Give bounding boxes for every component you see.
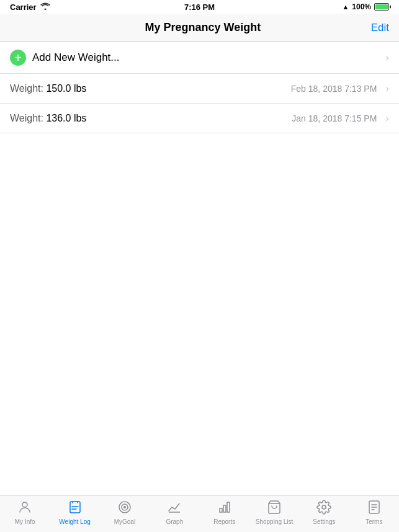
tab-weight-log[interactable]: Weight Log: [50, 495, 99, 530]
tab-settings[interactable]: Settings: [299, 495, 349, 530]
status-carrier: Carrier: [10, 2, 50, 12]
tab-terms[interactable]: Terms: [349, 495, 399, 530]
edit-button[interactable]: Edit: [371, 22, 389, 34]
tab-reports[interactable]: Reports: [200, 495, 249, 530]
terms-icon: [367, 500, 382, 517]
tab-terms-label: Terms: [365, 518, 382, 525]
svg-rect-7: [223, 505, 226, 512]
svg-rect-8: [227, 502, 230, 512]
my-info-icon: [17, 500, 32, 517]
weight-right-0: Feb 18, 2018 7:13 PM ›: [291, 82, 389, 95]
add-weight-row[interactable]: + Add New Weight... ›: [0, 42, 399, 74]
weight-right-1: Jan 18, 2018 7:15 PM ›: [292, 112, 389, 125]
battery-pct-label: 100%: [352, 2, 371, 11]
svg-rect-6: [220, 508, 222, 512]
weight-info-1: Weight: 136.0 lbs: [10, 113, 292, 124]
svg-rect-1: [70, 502, 80, 513]
tab-shopping-list-label: Shopping List: [256, 518, 294, 525]
tab-my-goal[interactable]: MyGoal: [100, 495, 150, 530]
empty-content: [0, 133, 399, 497]
tab-reports-label: Reports: [213, 518, 235, 525]
tab-graph-label: Graph: [166, 518, 183, 525]
status-time: 7:16 PM: [184, 2, 215, 12]
weight-log-icon: [68, 500, 83, 517]
svg-point-0: [22, 502, 27, 507]
status-bar: Carrier 7:16 PM ▲ 100%: [0, 0, 399, 14]
weight-key-1: Weight:: [10, 113, 46, 123]
add-weight-label: Add New Weight...: [32, 51, 385, 64]
weight-date-1: Jan 18, 2018 7:15 PM: [292, 113, 377, 123]
weight-chevron-0: ›: [385, 82, 389, 95]
location-icon: ▲: [342, 3, 349, 11]
carrier-label: Carrier: [10, 2, 37, 12]
shopping-list-icon: [267, 500, 282, 517]
weight-key-0: Weight:: [10, 83, 46, 94]
tab-shopping-list[interactable]: Shopping List: [249, 495, 299, 530]
weight-date-0: Feb 18, 2018 7:13 PM: [291, 84, 377, 94]
tab-weight-log-label: Weight Log: [59, 518, 90, 525]
graph-icon: [167, 500, 182, 517]
tab-my-info-label: My Info: [15, 518, 35, 525]
status-right: ▲ 100%: [342, 2, 389, 11]
tab-my-info[interactable]: My Info: [0, 495, 50, 530]
settings-icon: [316, 500, 331, 517]
weight-value-0: 150.0 lbs: [46, 83, 86, 94]
svg-point-10: [322, 505, 326, 509]
wifi-icon: [40, 2, 50, 12]
my-goal-icon: [117, 500, 132, 517]
page-title: My Pregnancy Weight: [145, 21, 261, 34]
reports-icon: [217, 500, 232, 517]
tab-my-goal-label: MyGoal: [114, 518, 135, 525]
weight-entry-0[interactable]: Weight: 150.0 lbs Feb 18, 2018 7:13 PM ›: [0, 74, 399, 104]
weight-label-1: Weight: 136.0 lbs: [10, 113, 86, 123]
weight-entry-1[interactable]: Weight: 136.0 lbs Jan 18, 2018 7:15 PM ›: [0, 104, 399, 133]
weight-label-0: Weight: 150.0 lbs: [10, 83, 86, 94]
weight-info-0: Weight: 150.0 lbs: [10, 83, 291, 94]
weight-chevron-1: ›: [385, 112, 389, 125]
tab-graph[interactable]: Graph: [150, 495, 199, 530]
weight-value-1: 136.0 lbs: [46, 113, 86, 123]
nav-bar: My Pregnancy Weight Edit: [0, 14, 399, 42]
battery-icon: [374, 3, 389, 11]
add-row-chevron: ›: [385, 51, 389, 64]
tab-bar: My Info Weight Log MyGoal: [0, 495, 399, 532]
tab-settings-label: Settings: [313, 518, 335, 525]
add-icon: +: [10, 50, 26, 66]
svg-point-4: [123, 506, 126, 508]
